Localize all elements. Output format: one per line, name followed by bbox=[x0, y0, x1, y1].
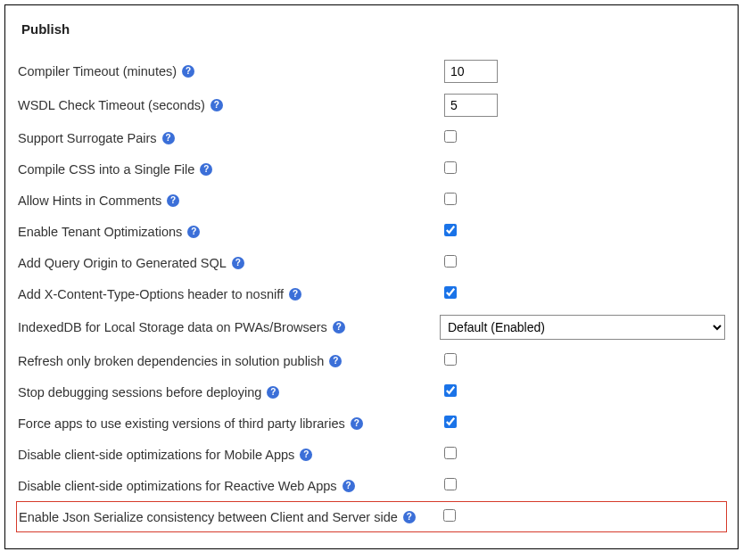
help-icon[interactable]: ? bbox=[403, 511, 416, 523]
setting-control-cell bbox=[444, 447, 725, 462]
checkbox-input[interactable] bbox=[444, 416, 457, 428]
checkbox-input[interactable] bbox=[444, 384, 457, 397]
settings-row: WSDL Check Timeout (seconds)? bbox=[18, 88, 725, 122]
settings-row: Add X-Content-Type-Options header to nos… bbox=[18, 278, 725, 309]
settings-row: Disable client-side optimizations for Re… bbox=[18, 470, 725, 501]
setting-label-cell: Enable Json Serialize consistency betwee… bbox=[17, 510, 443, 524]
setting-label-cell: IndexedDB for Local Storage data on PWAs… bbox=[18, 320, 440, 334]
settings-row: Allow Hints in Comments? bbox=[18, 185, 725, 216]
section-title: Publish bbox=[21, 21, 725, 37]
setting-control-cell bbox=[444, 416, 725, 431]
text-input[interactable] bbox=[444, 60, 498, 83]
settings-row: Support Surrogate Pairs? bbox=[18, 122, 725, 153]
setting-label: Add X-Content-Type-Options header to nos… bbox=[18, 287, 284, 301]
checkbox-input[interactable] bbox=[444, 447, 457, 459]
setting-control-cell bbox=[444, 478, 725, 493]
setting-label-cell: Force apps to use existing versions of t… bbox=[18, 416, 444, 431]
setting-label: Force apps to use existing versions of t… bbox=[18, 416, 345, 431]
help-icon[interactable]: ? bbox=[289, 288, 301, 301]
help-icon[interactable]: ? bbox=[333, 321, 345, 334]
settings-row: Compile CSS into a Single File? bbox=[18, 153, 725, 185]
checkbox-input[interactable] bbox=[444, 130, 457, 143]
setting-label-cell: Compile CSS into a Single File? bbox=[18, 162, 444, 177]
settings-row: Stop debugging sessions before deploying… bbox=[18, 376, 725, 408]
checkbox-input[interactable] bbox=[444, 478, 457, 490]
setting-control-cell bbox=[444, 255, 725, 270]
setting-label: Disable client-side optimizations for Re… bbox=[18, 479, 337, 493]
setting-label: Compile CSS into a Single File bbox=[18, 162, 194, 177]
setting-label-cell: Support Surrogate Pairs? bbox=[18, 131, 444, 145]
help-icon[interactable]: ? bbox=[182, 65, 194, 78]
settings-rows: Compiler Timeout (minutes)?WSDL Check Ti… bbox=[18, 54, 725, 532]
setting-control-cell bbox=[444, 224, 725, 239]
publish-settings-panel: Publish Compiler Timeout (minutes)?WSDL … bbox=[4, 4, 739, 549]
setting-label: WSDL Check Timeout (seconds) bbox=[18, 98, 205, 112]
select-input[interactable]: Default (Enabled) bbox=[440, 315, 725, 340]
setting-label-cell: Add Query Origin to Generated SQL? bbox=[18, 256, 444, 270]
setting-control-cell bbox=[444, 60, 725, 83]
setting-label: IndexedDB for Local Storage data on PWAs… bbox=[18, 320, 327, 334]
help-icon[interactable]: ? bbox=[232, 257, 244, 269]
settings-row: Disable client-side optimizations for Mo… bbox=[18, 439, 725, 470]
help-icon[interactable]: ? bbox=[167, 194, 179, 207]
settings-row: Compiler Timeout (minutes)? bbox=[18, 54, 725, 88]
setting-control-cell bbox=[444, 161, 725, 177]
checkbox-input[interactable] bbox=[444, 353, 457, 366]
checkbox-input[interactable] bbox=[444, 193, 457, 205]
setting-control-cell bbox=[444, 193, 725, 208]
help-icon[interactable]: ? bbox=[200, 163, 212, 176]
help-icon[interactable]: ? bbox=[162, 132, 175, 144]
checkbox-input[interactable] bbox=[444, 161, 457, 174]
help-icon[interactable]: ? bbox=[343, 480, 355, 492]
help-icon[interactable]: ? bbox=[329, 355, 342, 367]
setting-label: Stop debugging sessions before deploying bbox=[18, 385, 261, 399]
setting-label: Disable client-side optimizations for Mo… bbox=[18, 448, 294, 462]
setting-label-cell: Enable Tenant Optimizations? bbox=[18, 225, 444, 239]
checkbox-input[interactable] bbox=[444, 224, 457, 236]
setting-label: Support Surrogate Pairs bbox=[18, 131, 157, 145]
setting-label-cell: Disable client-side optimizations for Re… bbox=[18, 479, 444, 493]
setting-label-cell: Add X-Content-Type-Options header to nos… bbox=[18, 287, 444, 301]
setting-label: Refresh only broken dependencies in solu… bbox=[18, 354, 324, 368]
checkbox-input[interactable] bbox=[444, 286, 457, 299]
settings-row: Enable Tenant Optimizations? bbox=[18, 216, 725, 247]
checkbox-input[interactable] bbox=[443, 509, 456, 522]
setting-label-cell: Stop debugging sessions before deploying… bbox=[18, 385, 444, 399]
setting-control-cell bbox=[444, 353, 725, 368]
help-icon[interactable]: ? bbox=[187, 226, 200, 238]
setting-control-cell bbox=[443, 509, 726, 524]
help-icon[interactable]: ? bbox=[300, 449, 312, 461]
setting-control-cell: Default (Enabled) bbox=[440, 315, 725, 340]
setting-label-cell: Compiler Timeout (minutes)? bbox=[18, 64, 444, 78]
setting-label: Enable Json Serialize consistency betwee… bbox=[19, 510, 398, 524]
setting-label-cell: Allow Hints in Comments? bbox=[18, 194, 444, 208]
setting-label-cell: Disable client-side optimizations for Mo… bbox=[18, 448, 444, 462]
settings-row: Refresh only broken dependencies in solu… bbox=[18, 345, 725, 376]
setting-control-cell bbox=[444, 94, 725, 117]
help-icon[interactable]: ? bbox=[267, 386, 279, 399]
setting-label: Allow Hints in Comments bbox=[18, 194, 161, 208]
setting-label: Add Query Origin to Generated SQL bbox=[18, 256, 227, 270]
checkbox-input[interactable] bbox=[444, 255, 457, 268]
settings-row: Enable Json Serialize consistency betwee… bbox=[16, 501, 727, 532]
settings-row: Add Query Origin to Generated SQL? bbox=[18, 247, 725, 278]
setting-label-cell: WSDL Check Timeout (seconds)? bbox=[18, 98, 444, 112]
setting-control-cell bbox=[444, 286, 725, 301]
help-icon[interactable]: ? bbox=[351, 417, 363, 430]
setting-control-cell bbox=[444, 130, 725, 145]
settings-row: Force apps to use existing versions of t… bbox=[18, 408, 725, 439]
text-input[interactable] bbox=[444, 94, 498, 117]
setting-control-cell bbox=[444, 384, 725, 399]
help-icon[interactable]: ? bbox=[211, 99, 223, 111]
settings-row: IndexedDB for Local Storage data on PWAs… bbox=[18, 309, 725, 345]
setting-label: Enable Tenant Optimizations bbox=[18, 225, 182, 239]
setting-label-cell: Refresh only broken dependencies in solu… bbox=[18, 354, 444, 368]
setting-label: Compiler Timeout (minutes) bbox=[18, 64, 177, 78]
